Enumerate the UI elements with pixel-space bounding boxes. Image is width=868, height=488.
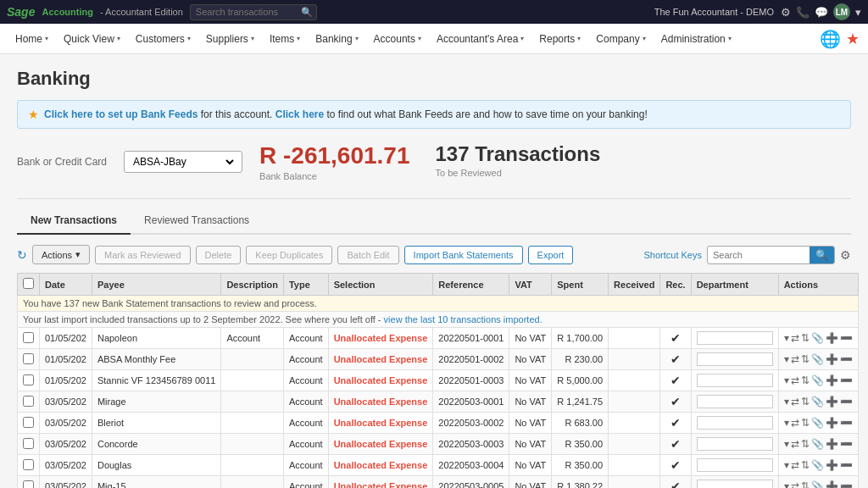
remove-action-icon[interactable]: ➖ <box>840 480 853 488</box>
table-search-box[interactable]: 🔍 <box>707 246 835 264</box>
dropdown-action-icon[interactable]: ▾ <box>784 480 789 488</box>
tab-new-transactions[interactable]: New Transactions <box>17 208 131 235</box>
globe-icon[interactable]: 🌐 <box>820 29 841 49</box>
row-checkbox[interactable] <box>23 332 34 343</box>
row-selection[interactable]: Unallocated Expense <box>328 434 433 455</box>
paperclip-icon[interactable]: 📎 <box>811 374 824 386</box>
row-department[interactable] <box>691 349 778 370</box>
unallocated-expense-link[interactable]: Unallocated Expense <box>334 396 428 407</box>
star-icon[interactable]: ★ <box>846 30 860 48</box>
nav-customers[interactable]: Customers ▾ <box>129 24 198 54</box>
row-selection[interactable]: Unallocated Expense <box>328 476 433 489</box>
unallocated-expense-link[interactable]: Unallocated Expense <box>334 481 428 488</box>
row-checkbox[interactable] <box>23 459 34 470</box>
split-v-icon[interactable]: ⇅ <box>801 332 810 344</box>
paperclip-icon[interactable]: 📎 <box>811 480 824 488</box>
paperclip-icon[interactable]: 📎 <box>811 396 824 408</box>
remove-action-icon[interactable]: ➖ <box>840 438 853 450</box>
dropdown-action-icon[interactable]: ▾ <box>784 438 789 450</box>
bank-select[interactable]: ABSA-JBay <box>130 155 236 169</box>
add-action-icon[interactable]: ➕ <box>826 480 838 488</box>
split-v-icon[interactable]: ⇅ <box>801 480 810 488</box>
chat-icon[interactable]: 💬 <box>815 6 828 19</box>
department-input[interactable] <box>697 352 773 366</box>
nav-suppliers[interactable]: Suppliers ▾ <box>199 24 261 54</box>
add-action-icon[interactable]: ➕ <box>826 417 838 429</box>
split-action-icon[interactable]: ⇄ <box>791 438 799 450</box>
remove-action-icon[interactable]: ➖ <box>840 459 853 471</box>
mark-reviewed-button[interactable]: Mark as Reviewed <box>95 246 190 264</box>
row-department[interactable] <box>691 455 778 476</box>
nav-quickview[interactable]: Quick View ▾ <box>57 24 127 54</box>
paperclip-icon[interactable]: 📎 <box>811 417 824 429</box>
add-action-icon[interactable]: ➕ <box>826 332 838 344</box>
department-input[interactable] <box>697 437 773 451</box>
split-action-icon[interactable]: ⇄ <box>791 480 799 488</box>
keep-duplicates-button[interactable]: Keep Duplicates <box>246 246 332 264</box>
department-input[interactable] <box>697 374 773 387</box>
row-selection[interactable]: Unallocated Expense <box>328 391 433 413</box>
split-v-icon[interactable]: ⇅ <box>801 374 810 386</box>
row-selection[interactable]: Unallocated Expense <box>328 455 433 476</box>
split-action-icon[interactable]: ⇄ <box>791 353 799 365</box>
split-action-icon[interactable]: ⇄ <box>791 417 799 429</box>
row-checkbox[interactable] <box>23 374 34 385</box>
row-selection[interactable]: Unallocated Expense <box>328 413 433 434</box>
dropdown-icon[interactable]: ▾ <box>855 6 861 19</box>
department-input[interactable] <box>697 416 773 430</box>
shortcut-keys-link[interactable]: Shortcut Keys <box>644 250 702 260</box>
split-v-icon[interactable]: ⇅ <box>801 438 810 450</box>
nav-administration[interactable]: Administration ▾ <box>654 24 738 54</box>
dropdown-action-icon[interactable]: ▾ <box>784 332 789 344</box>
refresh-icon[interactable]: ↻ <box>17 248 27 262</box>
bank-select-wrapper[interactable]: ABSA-JBay <box>124 151 242 173</box>
department-input[interactable] <box>697 458 773 472</box>
unallocated-expense-link[interactable]: Unallocated Expense <box>334 439 428 449</box>
dropdown-action-icon[interactable]: ▾ <box>784 459 789 471</box>
table-search-input[interactable] <box>708 247 810 263</box>
dropdown-action-icon[interactable]: ▾ <box>784 396 789 408</box>
remove-action-icon[interactable]: ➖ <box>840 417 853 429</box>
import-bank-statements-button[interactable]: Import Bank Statements <box>404 246 523 264</box>
row-checkbox[interactable] <box>23 438 34 449</box>
unallocated-expense-link[interactable]: Unallocated Expense <box>334 354 428 364</box>
row-department[interactable] <box>691 328 778 349</box>
dropdown-action-icon[interactable]: ▾ <box>784 417 789 429</box>
remove-action-icon[interactable]: ➖ <box>840 332 853 344</box>
nav-accounts[interactable]: Accounts ▾ <box>367 24 428 54</box>
row-department[interactable] <box>691 413 778 434</box>
table-search-button[interactable]: 🔍 <box>810 247 834 263</box>
phone-icon[interactable]: 📞 <box>796 6 810 19</box>
split-v-icon[interactable]: ⇅ <box>801 417 810 429</box>
paperclip-icon[interactable]: 📎 <box>811 332 824 344</box>
split-action-icon[interactable]: ⇄ <box>791 396 799 408</box>
row-checkbox[interactable] <box>23 417 34 428</box>
split-action-icon[interactable]: ⇄ <box>791 332 799 344</box>
paperclip-icon[interactable]: 📎 <box>811 438 824 450</box>
nav-company[interactable]: Company ▾ <box>589 24 652 54</box>
settings-icon[interactable]: ⚙ <box>781 6 791 19</box>
row-selection[interactable]: Unallocated Expense <box>328 349 433 370</box>
bank-feeds-setup-link[interactable]: Click here to set up Bank Feeds <box>44 108 198 120</box>
filter-icon[interactable]: ⚙ <box>840 248 851 262</box>
row-department[interactable] <box>691 370 778 391</box>
dropdown-action-icon[interactable]: ▾ <box>784 353 789 365</box>
nav-reports[interactable]: Reports ▾ <box>532 24 587 54</box>
split-v-icon[interactable]: ⇅ <box>801 396 810 408</box>
row-checkbox[interactable] <box>23 353 34 364</box>
nav-items[interactable]: Items ▾ <box>263 24 307 54</box>
row-selection[interactable]: Unallocated Expense <box>328 370 433 391</box>
remove-action-icon[interactable]: ➖ <box>840 374 853 386</box>
row-selection[interactable]: Unallocated Expense <box>328 328 433 349</box>
delete-button[interactable]: Delete <box>196 246 242 264</box>
export-button[interactable]: Export <box>528 246 574 264</box>
remove-action-icon[interactable]: ➖ <box>840 353 853 365</box>
tab-reviewed-transactions[interactable]: Reviewed Transactions <box>131 208 263 235</box>
dropdown-action-icon[interactable]: ▾ <box>784 374 789 386</box>
row-checkbox[interactable] <box>23 480 34 489</box>
add-action-icon[interactable]: ➕ <box>826 459 838 471</box>
row-checkbox[interactable] <box>23 396 34 407</box>
actions-button[interactable]: Actions ▾ <box>32 245 90 264</box>
split-action-icon[interactable]: ⇄ <box>791 459 799 471</box>
paperclip-icon[interactable]: 📎 <box>811 459 824 471</box>
